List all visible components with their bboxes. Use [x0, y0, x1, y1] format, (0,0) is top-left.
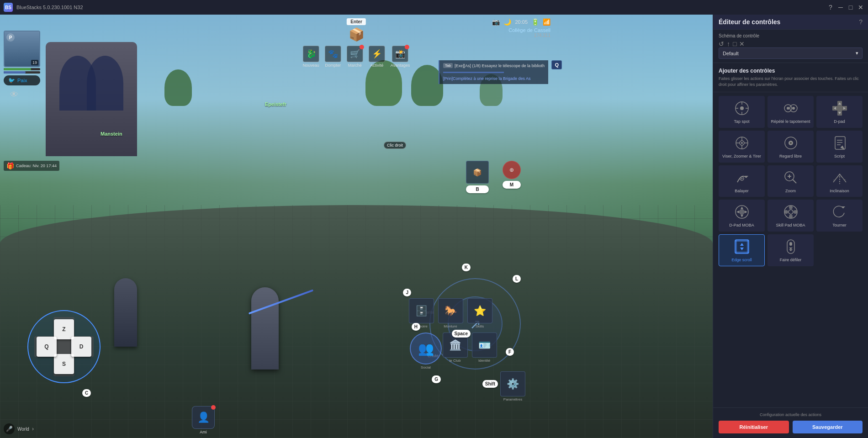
control-balayer[interactable]: Balayer: [719, 165, 765, 197]
control-script[interactable]: Script: [816, 131, 863, 163]
shift-key-label: Shift: [482, 380, 498, 388]
bluestacks-logo: BS: [4, 3, 13, 12]
schema-export-icon[interactable]: ↑: [727, 40, 730, 47]
regard-libre-icon: [782, 134, 800, 152]
skills-label: Skills: [476, 324, 484, 328]
battery-icon: 🔋: [531, 18, 539, 26]
inventory-icon-btn[interactable]: 📦: [466, 161, 489, 184]
monture-btn[interactable]: 🐎 Monture: [437, 298, 464, 328]
schema-dropdown[interactable]: Default ▾: [719, 47, 863, 59]
action-btn-dompter[interactable]: 🐾 Dompter: [325, 46, 341, 68]
title-help-btn[interactable]: ?: [827, 4, 834, 11]
panel-title: Éditeur de contrôles: [719, 18, 780, 26]
control-inclinaison[interactable]: Inclinaison: [816, 165, 863, 197]
dpad-up-btn[interactable]: Z: [54, 319, 74, 339]
control-regard-libre[interactable]: Regard libre: [767, 131, 814, 163]
hp-fill: [4, 68, 31, 70]
action-btn-avantages[interactable]: 📸 Avantages: [391, 46, 410, 68]
game-viewport[interactable]: P 19 🐦 Paix 👁 🎁 Cadeau: Niv. 20 17:44: [0, 15, 713, 438]
avantages-badge: [405, 45, 409, 49]
control-faire-defiler[interactable]: Faire défiler: [767, 234, 814, 266]
title-minimize-btn[interactable]: ─: [837, 4, 844, 11]
skills-btn[interactable]: ⭐ Skills: [466, 298, 493, 328]
zoom-label: Zoom: [785, 189, 796, 194]
schema-delete-icon[interactable]: ✕: [739, 40, 745, 47]
m-key-label: M: [503, 181, 521, 189]
dpad-right-btn[interactable]: D: [71, 337, 91, 357]
control-edge-scroll[interactable]: Edge scroll: [719, 234, 765, 266]
mic-icon[interactable]: 🎤: [4, 423, 15, 434]
save-button[interactable]: Sauvegarder: [793, 421, 863, 433]
quest-progress-bar: [443, 72, 504, 73]
script-icon: [831, 134, 849, 152]
control-dpad[interactable]: D-pad: [816, 96, 863, 128]
tourner-label: Tourner: [832, 223, 847, 228]
identite-label: Identité: [478, 359, 490, 363]
svg-marker-43: [741, 215, 743, 217]
control-repete-tapotement[interactable]: Répété le tapotement: [767, 96, 814, 128]
panel-title-bar: Éditeur de contrôles ?: [713, 15, 868, 30]
club-btn[interactable]: 🏛️ le Club: [441, 332, 469, 369]
schema-reset-icon[interactable]: ↺: [719, 40, 724, 47]
svg-point-27: [790, 142, 792, 144]
avantages-label: Avantages: [391, 63, 410, 68]
dpad-left-btn[interactable]: Q: [37, 337, 57, 357]
control-viser-zoomer-tirer[interactable]: Viser, Zoomer & Tirer: [719, 131, 765, 163]
panel-help-icon[interactable]: ?: [859, 18, 863, 26]
edge-scroll-label: Edge scroll: [731, 258, 752, 263]
enter-label: Enter: [347, 18, 366, 25]
chat-arrow[interactable]: ›: [32, 426, 34, 432]
identite-btn[interactable]: 🪪 Identité: [471, 332, 498, 369]
nouveau-icon: 🐉: [303, 46, 319, 62]
social-btn[interactable]: 👥 Social: [412, 332, 439, 369]
player-portrait: P 19: [4, 31, 40, 67]
tab-key: Tab: [443, 63, 453, 68]
add-controls-section: Ajouter des contrôles Faites glisser les…: [713, 63, 868, 92]
control-tourner[interactable]: Tourner: [816, 200, 863, 232]
action-btn-activite[interactable]: ⚡ Activité: [369, 46, 385, 68]
control-skill-pad-moba[interactable]: Skill Pad MOBA: [767, 200, 814, 232]
eye-icon[interactable]: 👁: [10, 90, 18, 100]
dpad-down-btn[interactable]: S: [54, 354, 74, 374]
title-close-btn[interactable]: ✕: [857, 4, 864, 11]
avantages-icon: 📸: [392, 46, 408, 62]
control-tap-spot[interactable]: Tap spot: [719, 96, 765, 128]
control-dpad-moba[interactable]: D-Pad MOBA: [719, 200, 765, 232]
reset-button[interactable]: Réinitialiser: [719, 421, 789, 433]
marche-icon: 🛒: [347, 46, 363, 62]
twitter-notification[interactable]: 🐦 Paix: [4, 75, 40, 85]
title-maximize-btn[interactable]: □: [847, 4, 854, 11]
coords: 174.311: [492, 33, 550, 38]
m-btn[interactable]: ⊕: [503, 161, 521, 179]
action-btn-nouveau[interactable]: 🐉 Nouveau: [303, 46, 319, 68]
mp-bar: [4, 71, 40, 74]
parametres-btn[interactable]: ⚙️ Paramètres: [500, 371, 525, 401]
svg-marker-59: [740, 248, 744, 250]
schema-import-icon[interactable]: □: [733, 40, 736, 47]
control-zoom[interactable]: Zoom: [767, 165, 814, 197]
action-btn-marche[interactable]: 🛒 Marché: [347, 46, 363, 68]
panel-title-icons: ?: [859, 18, 863, 26]
tourner-icon: [831, 203, 849, 221]
svg-rect-56: [735, 240, 749, 242]
script-label: Script: [834, 154, 845, 159]
ami-btn[interactable]: 👤 Ami: [192, 406, 215, 434]
add-controls-desc: Faites glisser les actions sur l'écran p…: [719, 76, 863, 87]
clic-droit-label: Clic droit: [384, 142, 406, 149]
controls-row-3: Balayer Zoom: [719, 165, 863, 197]
space-key-label: Space: [452, 330, 471, 338]
quest-2: [Prin]Complétez à une reprise la Brigade…: [443, 76, 545, 82]
viser-icon: [733, 134, 751, 152]
svg-rect-60: [787, 240, 794, 253]
tap-spot-icon: [733, 99, 751, 117]
armoire-btn[interactable]: 🗄️ Armoire: [408, 298, 435, 328]
activite-icon: ⚡: [369, 46, 385, 62]
controls-grid: Tap spot Répété le tapotement: [713, 92, 868, 407]
club-label: le Club: [450, 359, 461, 363]
l-key-label: L: [513, 275, 521, 283]
gift-text: Cadeau: Niv. 20 17:44: [16, 164, 57, 168]
chevron-down-icon: ▾: [856, 50, 858, 56]
ami-label: Ami: [200, 430, 207, 434]
faire-defiler-icon: [782, 237, 800, 256]
inclinaison-label: Inclinaison: [830, 189, 849, 194]
